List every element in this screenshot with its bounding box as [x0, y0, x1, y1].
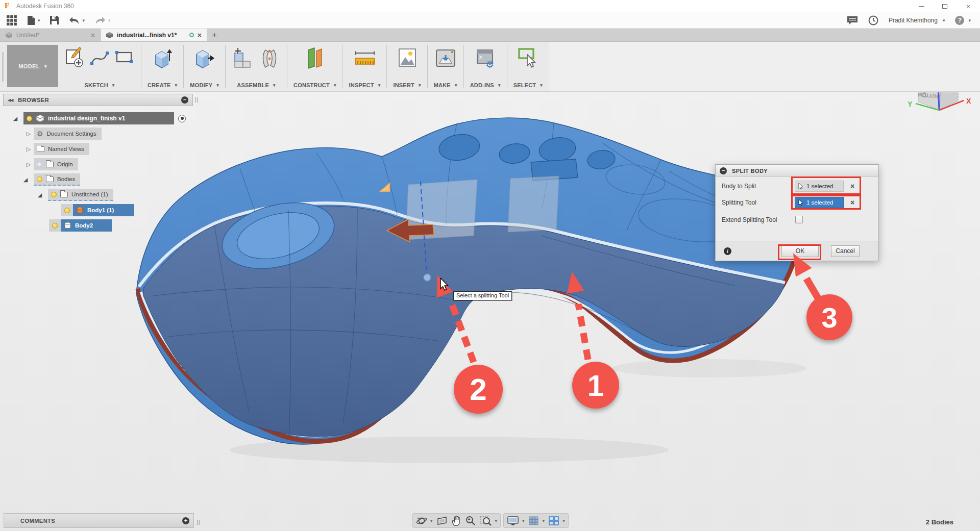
dialog-collapse-icon[interactable]: – — [720, 167, 727, 174]
tree-row-unstitched[interactable]: ◢ Unstitched (1) — [36, 188, 113, 201]
tree-row-bodies[interactable]: ◢ Bodies — [21, 173, 80, 186]
visibility-lamp-icon[interactable] — [37, 176, 42, 182]
measure-icon[interactable] — [353, 46, 377, 72]
tree-row-origin[interactable]: ▷ Origin — [24, 158, 78, 171]
workspace-switcher[interactable]: MODEL ▾ — [7, 45, 58, 87]
undo-button[interactable]: ▾ — [68, 16, 85, 25]
group-label[interactable]: CONSTRUCT — [293, 82, 330, 88]
3d-print-icon[interactable] — [434, 46, 457, 72]
group-label[interactable]: INSERT — [393, 82, 414, 88]
svg-text:⚙: ⚙ — [485, 59, 494, 70]
expander-closed-icon[interactable]: ▷ — [24, 146, 33, 153]
minimize-button[interactable] — [910, 0, 933, 12]
group-label[interactable]: SELECT — [513, 82, 536, 88]
user-menu[interactable]: Pradit Khemthong ▾ — [889, 17, 945, 24]
expander-closed-icon[interactable]: ▷ — [24, 131, 33, 137]
add-comment-icon[interactable]: + — [182, 517, 189, 524]
annotation-outline-splitting-tool — [791, 195, 861, 210]
grid-snap-icon[interactable]: ▾ — [528, 516, 545, 526]
orbit-tool-icon[interactable]: ▾ — [416, 515, 433, 526]
panel-resize-grip[interactable]: || — [197, 519, 201, 525]
insert-image-icon[interactable] — [396, 46, 419, 72]
tree-row-body1[interactable]: Body1 (1) — [61, 204, 134, 217]
group-label[interactable]: MODIFY — [190, 82, 212, 88]
cancel-button[interactable]: Cancel — [831, 245, 860, 257]
zoom-tool-icon[interactable]: ± — [465, 515, 476, 526]
maximize-button[interactable] — [933, 0, 957, 12]
display-settings-icon[interactable]: ▾ — [507, 516, 525, 526]
step-badge-1: 1 — [572, 362, 619, 409]
group-label[interactable]: MAKE — [434, 82, 451, 88]
visibility-lamp-icon[interactable] — [51, 192, 57, 197]
ribbon-group-make: MAKE▾ — [428, 42, 463, 91]
help-menu[interactable]: ? ▾ — [955, 16, 971, 25]
group-label[interactable]: CREATE — [148, 82, 171, 88]
extend-splitting-tool-checkbox[interactable] — [795, 216, 803, 223]
job-status-clock-icon[interactable] — [868, 15, 878, 26]
info-icon[interactable]: i — [724, 247, 731, 255]
visibility-lamp-icon[interactable] — [27, 116, 32, 121]
splitting-tool-label: Splitting Tool — [722, 199, 756, 206]
tab-industrial-design[interactable]: industrial...finish v1* × — [101, 29, 207, 41]
tree-row-named-views[interactable]: ▷ Named Views — [24, 142, 89, 156]
annotation-outline-ok — [778, 244, 821, 260]
folder-icon — [46, 162, 54, 167]
group-label[interactable]: ASSEMBLE — [237, 82, 269, 88]
tree-row-document-settings[interactable]: ▷ ⚙ Document Settings — [24, 127, 102, 140]
comments-icon[interactable] — [847, 16, 858, 25]
body-to-split-label: Body to Split — [722, 183, 756, 190]
close-button[interactable]: × — [957, 0, 980, 12]
expander-open-icon[interactable]: ◢ — [11, 115, 19, 122]
zoom-window-tool-icon[interactable]: ▾ — [480, 515, 498, 526]
group-label[interactable]: INSPECT — [349, 82, 374, 88]
viewport-canvas[interactable]: LEFT BOTTOM Z X Y ◀◀ BROWSER – || ◢ indu… — [0, 92, 980, 531]
dropdown-caret-icon: ▾ — [378, 83, 381, 88]
pan-tool-icon[interactable] — [451, 515, 461, 526]
group-label[interactable]: ADD-INS — [470, 82, 494, 88]
look-at-tool-icon[interactable] — [436, 516, 448, 526]
activate-component-radio[interactable] — [178, 115, 186, 122]
dialog-header[interactable]: – SPLIT BODY — [716, 165, 878, 177]
redo-button[interactable]: ▾ — [94, 16, 111, 25]
scripts-addins-icon[interactable]: >_ ⚙ — [474, 46, 497, 72]
tree-row-root[interactable]: ◢ industrial design_finish v1 — [11, 112, 186, 125]
expander-open-icon[interactable]: ◢ — [36, 192, 44, 198]
dropdown-caret-icon: ▾ — [38, 18, 40, 23]
tab-untitled[interactable]: Untitled* × — [0, 29, 101, 41]
select-tool-icon[interactable] — [516, 46, 540, 72]
press-pull-icon[interactable] — [193, 46, 216, 72]
extrude-icon[interactable] — [152, 46, 173, 72]
create-sketch-icon[interactable] — [64, 46, 85, 70]
expander-open-icon[interactable]: ◢ — [21, 176, 30, 183]
panel-resize-grip[interactable]: || — [195, 96, 199, 103]
tab-close-icon[interactable]: × — [91, 31, 95, 39]
group-label[interactable]: SKETCH — [84, 82, 108, 88]
collapse-panel-icon[interactable]: ◀◀ — [8, 98, 13, 103]
document-cube-icon — [5, 32, 13, 39]
spline-icon[interactable] — [90, 46, 109, 70]
tree-row-body2[interactable]: Body2 — [49, 219, 112, 232]
rectangle-sketch-icon[interactable] — [114, 46, 135, 70]
visibility-lamp-icon[interactable] — [64, 208, 70, 213]
panel-display-toggle-icon[interactable]: – — [181, 96, 188, 104]
construction-plane-icon[interactable] — [303, 46, 327, 72]
joint-icon[interactable] — [258, 46, 281, 72]
toolbar-grip-handle[interactable] — [0, 42, 6, 91]
expander-closed-icon[interactable]: ▷ — [24, 161, 33, 168]
app-grid-icon[interactable] — [6, 15, 17, 26]
visibility-lamp-icon[interactable] — [52, 223, 58, 229]
viewports-icon[interactable]: ▾ — [548, 516, 565, 526]
new-tab-button[interactable]: + — [207, 29, 222, 41]
save-button[interactable] — [50, 15, 59, 25]
comments-label: COMMENTS — [20, 518, 182, 524]
dropdown-caret-icon: ▾ — [216, 83, 219, 88]
dropdown-caret-icon: ▾ — [943, 18, 945, 23]
tab-label: Untitled* — [16, 32, 87, 39]
tab-close-icon[interactable]: × — [198, 31, 202, 39]
browser-panel-header[interactable]: ◀◀ BROWSER – — [3, 94, 193, 106]
file-menu-button[interactable]: ▾ — [27, 15, 40, 26]
comments-bar[interactable]: COMMENTS + — [4, 513, 194, 528]
navigation-toolbar: ▾ ± ▾ ▾ — [412, 513, 569, 528]
visibility-lamp-off-icon[interactable] — [37, 162, 42, 167]
new-component-icon[interactable] — [232, 46, 253, 72]
